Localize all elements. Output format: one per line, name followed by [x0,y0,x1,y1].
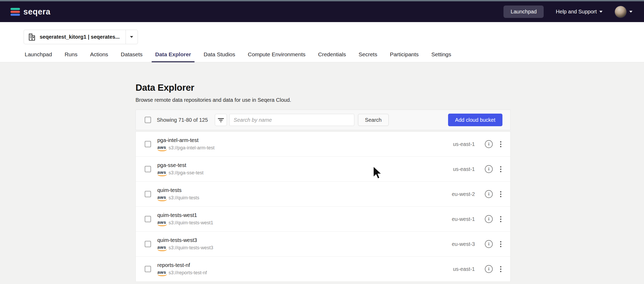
tab-launchpad[interactable]: Launchpad [21,51,56,62]
row-actions: eu-west-1 i [452,215,502,223]
info-icon[interactable]: i [485,265,493,273]
kebab-menu-icon[interactable] [499,190,502,198]
search-input[interactable] [229,114,354,126]
workspace-selector-caret[interactable] [126,30,138,44]
kebab-menu-icon[interactable] [499,215,502,223]
bucket-uri: s3://reports-test-nf [169,270,207,276]
mouse-cursor [373,166,383,180]
bucket-region: eu-west-2 [452,191,475,197]
bucket-row[interactable]: quim-tests-west3 aws s3://quim-tests-wes… [136,232,510,257]
filter-lines-icon [217,116,225,124]
row-checkbox[interactable] [145,216,151,222]
bucket-name[interactable]: reports-test-nf [157,262,207,268]
app-screen: seqera Launchpad Help and Support [0,0,644,284]
chevron-down-icon [130,36,133,38]
tab-compute-environments[interactable]: Compute Environments [244,51,309,62]
bucket-region: eu-west-3 [452,241,475,247]
tab-data-studios[interactable]: Data Studios [200,51,239,62]
workspace-selector-value: seqeratest_kitorg1 | seqerates... [40,34,120,40]
bucket-info: quim-tests-west3 aws s3://quim-tests-wes… [157,237,213,251]
info-icon[interactable]: i [485,140,493,148]
page-title: Data Explorer [136,82,194,93]
row-checkbox[interactable] [145,241,151,247]
bucket-row[interactable]: pga-intel-arm-test aws s3://pga-intel-ar… [136,132,510,157]
kebab-menu-icon[interactable] [499,165,502,173]
bucket-info: pga-intel-arm-test aws s3://pga-intel-ar… [157,137,215,151]
bucket-info: reports-test-nf aws s3://reports-test-nf [157,262,207,276]
bucket-region: us-east-1 [453,266,475,272]
row-actions: us-east-1 i [453,265,502,273]
seqera-logo[interactable]: seqera [11,7,50,17]
aws-provider-icon: aws [157,170,166,176]
page-subtitle: Browse remote data repositories and data… [136,97,291,103]
info-icon[interactable]: i [485,190,493,198]
row-checkbox[interactable] [145,141,151,147]
bucket-list: pga-intel-arm-test aws s3://pga-intel-ar… [136,131,511,282]
list-toolbar: Showing 71-80 of 125 Search Add cloud bu… [136,110,511,130]
bucket-name[interactable]: pga-sse-test [157,162,204,168]
top-navbar: seqera Launchpad Help and Support [0,1,644,22]
bucket-uri: s3://quim-tests-west3 [169,245,213,251]
add-cloud-bucket-button[interactable]: Add cloud bucket [448,114,502,126]
bucket-info: quim-tests aws s3://quim-tests [157,187,199,201]
aws-provider-icon: aws [157,220,166,226]
tab-secrets[interactable]: Secrets [355,51,381,62]
tab-participants[interactable]: Participants [386,51,422,62]
showing-count: Showing 71-80 of 125 [157,117,208,123]
tab-data-explorer[interactable]: Data Explorer [152,51,195,62]
filter-button[interactable] [215,114,227,126]
workspace-selector[interactable]: seqeratest_kitorg1 | seqerates... [24,30,138,44]
aws-provider-icon: aws [157,270,166,276]
bucket-uri: s3://quim-tests-west1 [169,220,213,226]
bucket-info: pga-sse-test aws s3://pga-sse-test [157,162,204,176]
help-and-support-menu[interactable]: Help and Support [556,9,603,15]
bucket-name[interactable]: quim-tests-west3 [157,237,213,243]
bucket-name[interactable]: pga-intel-arm-test [157,137,215,143]
kebab-menu-icon[interactable] [499,240,502,248]
row-checkbox[interactable] [145,191,151,197]
user-avatar[interactable] [615,6,627,18]
user-menu[interactable] [615,6,632,18]
aws-provider-icon: aws [157,195,166,201]
bucket-region: us-east-1 [453,141,475,147]
bucket-uri: s3://pga-sse-test [169,170,204,176]
launchpad-button[interactable]: Launchpad [503,6,544,18]
bucket-row[interactable]: pga-sse-test aws s3://pga-sse-test us-ea… [136,157,510,182]
bucket-region: us-east-1 [453,166,475,172]
row-actions: eu-west-3 i [452,240,502,248]
aws-provider-icon: aws [157,245,166,251]
search-button[interactable]: Search [358,114,389,126]
seqera-logo-icon [11,8,20,16]
help-and-support-label: Help and Support [556,9,597,15]
bucket-row[interactable]: reports-test-nf aws s3://reports-test-nf… [136,257,510,282]
bucket-name[interactable]: quim-tests-west1 [157,212,213,218]
main-content: Data Explorer Browse remote data reposit… [0,64,644,284]
aws-provider-icon: aws [157,145,166,151]
row-actions: eu-west-2 i [452,190,502,198]
tab-actions[interactable]: Actions [86,51,112,62]
tab-settings[interactable]: Settings [428,51,455,62]
organization-icon [28,33,36,41]
row-checkbox[interactable] [145,266,151,272]
info-icon[interactable]: i [485,215,493,223]
kebab-menu-icon[interactable] [499,140,502,148]
tab-datasets[interactable]: Datasets [117,51,146,62]
bucket-uri: s3://quim-tests [169,195,199,201]
row-actions: us-east-1 i [453,165,502,173]
data-explorer-card: Showing 71-80 of 125 Search Add cloud bu… [136,110,511,282]
kebab-menu-icon[interactable] [499,265,502,273]
row-checkbox[interactable] [145,166,151,172]
bucket-row[interactable]: quim-tests-west1 aws s3://quim-tests-wes… [136,207,510,232]
workspace-tabs: Launchpad Runs Actions Datasets Data Exp… [0,51,644,62]
navbar-right-group: Launchpad Help and Support [503,6,632,18]
row-actions: us-east-1 i [453,140,502,148]
info-icon[interactable]: i [485,165,493,173]
bucket-name[interactable]: quim-tests [157,187,199,193]
bucket-row[interactable]: quim-tests aws s3://quim-tests eu-west-2… [136,182,510,207]
tab-runs[interactable]: Runs [61,51,81,62]
info-icon[interactable]: i [485,240,493,248]
tab-credentials[interactable]: Credentials [314,51,350,62]
select-all-checkbox[interactable] [145,117,151,123]
bucket-info: quim-tests-west1 aws s3://quim-tests-wes… [157,212,213,226]
chevron-down-icon [599,11,603,13]
